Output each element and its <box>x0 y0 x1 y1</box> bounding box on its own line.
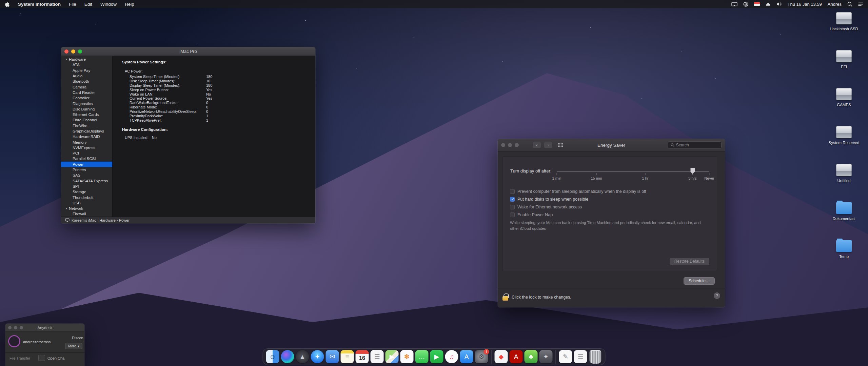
sidebar-item[interactable]: Disc Burning <box>61 106 112 112</box>
menu-bar-clock[interactable]: Thu 16 Jan 13.59 <box>788 2 822 7</box>
maps-icon[interactable]: ▶ <box>386 350 399 363</box>
help-button[interactable]: ? <box>714 292 720 299</box>
sidebar-item[interactable]: Controller <box>61 95 112 101</box>
display-sleep-slider[interactable]: 1 min 15 min 1 hr 3 hrs Never <box>557 166 709 184</box>
sidebar-item[interactable]: Hardware RAID <box>61 134 112 139</box>
sidebar-item[interactable]: SATA/SATA Express <box>61 178 112 184</box>
desktop-icon-untitled[interactable]: Untitled <box>823 164 865 202</box>
menu-item[interactable]: Help <box>125 2 134 7</box>
file-transfer-button[interactable]: File Transfer <box>9 356 30 360</box>
checkbox[interactable] <box>510 212 515 217</box>
sidebar-item[interactable]: Audio <box>61 73 112 79</box>
spotlight-search-icon[interactable] <box>847 2 852 7</box>
checkbox-row[interactable]: Enable Power Nap <box>510 212 646 218</box>
sidebar-item[interactable]: Printers <box>61 167 112 172</box>
sidebar-item[interactable]: ATA <box>61 62 112 67</box>
open-chat-button[interactable]: Open Cha <box>47 356 64 360</box>
active-app-name[interactable]: System Information <box>18 2 61 7</box>
sidebar-item[interactable]: Memory <box>61 139 112 145</box>
sidebar-item[interactable]: Card Reader <box>61 90 112 95</box>
sidebar-item[interactable]: Diagnostics <box>61 101 112 106</box>
safari-icon[interactable]: ✦ <box>311 350 324 363</box>
sidebar-item[interactable]: Thunderbolt <box>61 195 112 200</box>
desktop-icon-system-reserved[interactable]: System Reserved <box>823 126 865 164</box>
screen-mirroring-icon[interactable] <box>731 2 737 6</box>
finder-icon[interactable]: ☺ <box>266 350 279 363</box>
desktop-icon-hackintosh-ssd[interactable]: Hackintosh SSD <box>823 12 865 50</box>
sidebar-item[interactable]: Camera <box>61 84 112 89</box>
lock-icon[interactable] <box>502 296 508 301</box>
launchpad-icon[interactable]: ▲ <box>296 350 309 363</box>
photos-icon[interactable]: ✽ <box>400 350 414 363</box>
anydesk-title-bar[interactable]: Anydesk <box>5 324 84 332</box>
sidebar-item[interactable]: ▼ Hardware <box>61 57 112 62</box>
messages-icon[interactable]: … <box>415 350 429 363</box>
sidebar-item[interactable]: SAS <box>61 172 112 178</box>
menu-item[interactable]: Edit <box>84 2 92 7</box>
search-input[interactable] <box>676 143 719 147</box>
checkbox[interactable]: ✓ <box>510 197 515 202</box>
sidebar-item-power[interactable]: Power <box>61 162 112 167</box>
disclosure-triangle-icon[interactable]: ▼ <box>65 207 69 210</box>
sidebar-item[interactable]: Firewall <box>61 211 112 217</box>
close-button[interactable] <box>501 143 505 147</box>
back-button[interactable]: ‹ <box>532 142 541 148</box>
desktop-icon-games[interactable]: GAMES <box>823 88 865 126</box>
acrobat-icon[interactable]: A <box>510 350 523 363</box>
mail-icon[interactable]: ✉ <box>326 350 339 363</box>
music-icon[interactable]: ♫ <box>445 350 458 363</box>
eject-icon[interactable] <box>766 2 771 6</box>
input-source-globe-icon[interactable] <box>743 2 748 7</box>
sidebar-item[interactable]: SPI <box>61 184 112 189</box>
system-preferences-icon[interactable]: ⚙ 1 <box>475 350 488 363</box>
menu-bar-user[interactable]: Andres <box>828 2 842 7</box>
siri-icon[interactable] <box>281 350 294 363</box>
disconnect-button[interactable]: Discon <box>72 336 83 340</box>
restore-defaults-button[interactable]: Restore Defaults <box>670 258 709 265</box>
sidebar-item[interactable]: USB <box>61 200 112 206</box>
app-store-icon[interactable]: A <box>460 350 473 363</box>
sidebar-item[interactable]: NVMExpress <box>61 145 112 150</box>
checkbox-row[interactable]: Prevent computer from sleeping automatic… <box>510 189 646 194</box>
utility-app-icon[interactable]: ✦ <box>539 350 553 363</box>
notification-center-icon[interactable] <box>858 2 863 6</box>
checkbox-row[interactable]: ✓ Put hard disks to sleep when possible <box>510 197 646 202</box>
sidebar-item[interactable]: Storage <box>61 189 112 195</box>
checkbox[interactable] <box>510 205 515 209</box>
notes-icon[interactable]: ≡ <box>341 350 354 363</box>
energy-toolbar[interactable]: Energy Saver ‹ › <box>498 139 725 151</box>
sidebar-item[interactable]: Graphics/Displays <box>61 128 112 134</box>
facetime-icon[interactable]: ▶ <box>430 350 443 363</box>
trash-icon[interactable] <box>589 350 602 363</box>
chat-icon-button[interactable] <box>38 355 45 361</box>
disclosure-triangle-icon[interactable]: ▼ <box>65 58 69 61</box>
menu-item[interactable]: Window <box>100 2 117 7</box>
anydesk-icon[interactable]: ◆ <box>495 350 508 363</box>
search-field[interactable] <box>668 141 722 149</box>
sysinfo-title-bar[interactable]: iMac Pro <box>61 47 315 56</box>
volume-icon[interactable] <box>776 2 782 6</box>
textedit-icon[interactable]: ✎ <box>559 350 572 363</box>
sidebar-item[interactable]: ▼ Network <box>61 206 112 211</box>
calendar-icon[interactable]: 16 <box>356 350 369 363</box>
reminders-icon[interactable]: ☰ <box>371 350 384 363</box>
desktop-icon-dokumentasi[interactable]: Dokumentasi <box>823 202 865 240</box>
sidebar-item[interactable]: Ethernet Cards <box>61 112 112 117</box>
sidebar-item[interactable]: Fibre Channel <box>61 117 112 123</box>
sidebar-item[interactable]: FireWire <box>61 123 112 128</box>
sidebar-item[interactable]: Bluetooth <box>61 79 112 84</box>
desktop-icon-efi[interactable]: EFI <box>823 50 865 88</box>
schedule-button[interactable]: Schedule… <box>684 277 715 285</box>
checkbox[interactable] <box>510 189 515 194</box>
sidebar-item[interactable]: Apple Pay <box>61 68 112 73</box>
more-dropdown[interactable]: More ▾ <box>65 343 82 349</box>
show-all-preferences-icon[interactable] <box>555 142 566 148</box>
zoom-button[interactable] <box>515 143 519 147</box>
apple-menu-icon[interactable] <box>5 1 10 7</box>
minimize-button[interactable] <box>508 143 512 147</box>
desktop-icon-temp[interactable]: Temp <box>823 240 865 278</box>
menu-item[interactable]: File <box>69 2 76 7</box>
sidebar-item[interactable]: PCI <box>61 150 112 156</box>
document-icon[interactable]: ☰ <box>574 350 587 363</box>
clover-configurator-icon[interactable]: ♣ <box>525 350 538 363</box>
